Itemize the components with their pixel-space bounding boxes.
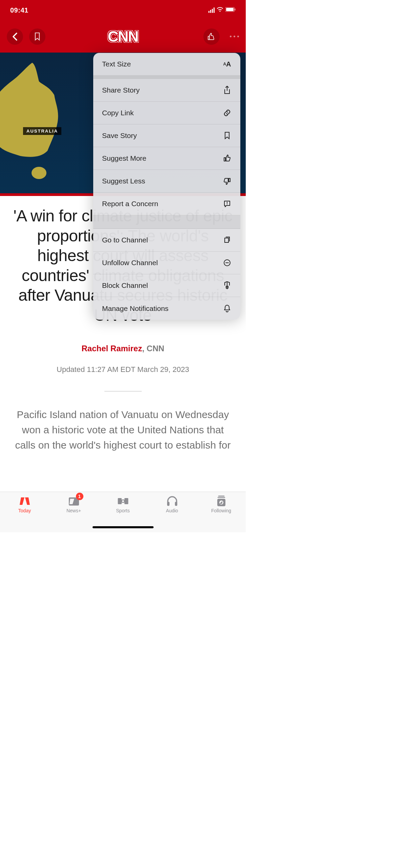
status-time: 09:41 <box>10 6 28 14</box>
bookmark-button[interactable] <box>29 28 45 45</box>
tab-newsplus[interactable]: 1 News+ <box>49 492 98 532</box>
menu-save-story[interactable]: Save Story <box>93 124 240 147</box>
channel-icon <box>223 236 232 244</box>
menu-label: Manage Notifications <box>102 304 168 313</box>
dislike-button[interactable] <box>203 28 220 45</box>
svg-point-8 <box>121 500 124 502</box>
nav-bar: CNN <box>0 20 246 53</box>
thumbs-down-icon <box>223 177 232 185</box>
audio-icon <box>166 495 178 507</box>
menu-label: Go to Channel <box>102 236 148 244</box>
bookmark-icon <box>223 131 232 140</box>
menu-suggest-more[interactable]: Suggest More <box>93 147 240 170</box>
menu-suggest-less[interactable]: Suggest Less <box>93 170 240 193</box>
tab-label: Audio <box>166 508 178 513</box>
tab-today[interactable]: Today <box>0 492 49 532</box>
menu-label: Copy Link <box>102 109 134 117</box>
context-menu: Text Size AA Share Story Copy Link Save … <box>93 53 240 320</box>
wifi-icon <box>217 7 223 14</box>
menu-label: Save Story <box>102 132 137 140</box>
menu-unfollow-channel[interactable]: Unfollow Channel <box>93 252 240 274</box>
share-icon <box>223 86 232 95</box>
tab-label: Today <box>18 508 31 513</box>
tab-label: News+ <box>66 508 81 513</box>
menu-report-concern[interactable]: Report a Concern <box>93 193 240 215</box>
article-body: Pacific Island nation of Vanuatu on Wedn… <box>12 407 234 453</box>
fade-overlay <box>0 465 246 492</box>
svg-rect-6 <box>118 498 121 504</box>
svg-point-3 <box>32 167 46 179</box>
menu-label: Share Story <box>102 86 140 94</box>
brand-logo: CNN <box>108 28 138 45</box>
menu-copy-link[interactable]: Copy Link <box>93 102 240 124</box>
svg-rect-1 <box>226 8 234 11</box>
map-landmass <box>0 59 95 188</box>
tab-bar: Today 1 News+ Sports Audio Following <box>0 492 246 532</box>
menu-label: Unfollow Channel <box>102 259 158 267</box>
byline-sep: , <box>142 344 146 353</box>
menu-label: Block Channel <box>102 281 148 290</box>
battery-icon <box>225 7 236 13</box>
block-icon <box>223 281 232 290</box>
bell-icon <box>223 304 232 313</box>
article-divider <box>104 391 142 392</box>
tab-audio[interactable]: Audio <box>147 492 197 532</box>
link-icon <box>223 108 232 117</box>
tab-label: Following <box>211 508 231 513</box>
newsplus-badge: 1 <box>76 493 83 500</box>
home-indicator[interactable] <box>93 526 154 528</box>
article-byline: Rachel Ramirez, CNN <box>12 344 234 353</box>
thumbs-up-icon <box>223 154 232 163</box>
menu-go-channel[interactable]: Go to Channel <box>93 229 240 252</box>
cellular-icon <box>208 7 215 13</box>
menu-share-story[interactable]: Share Story <box>93 79 240 102</box>
menu-separator <box>93 76 240 79</box>
svg-rect-2 <box>235 8 236 11</box>
menu-label: Text Size <box>102 60 131 68</box>
menu-block-channel[interactable]: Block Channel <box>93 274 240 297</box>
status-indicators <box>208 7 236 14</box>
today-icon <box>19 495 31 507</box>
menu-manage-notifications[interactable]: Manage Notifications <box>93 297 240 320</box>
author-name[interactable]: Rachel Ramirez <box>81 344 142 353</box>
svg-rect-9 <box>167 502 169 506</box>
tab-label: Sports <box>116 508 129 513</box>
report-icon <box>223 199 232 208</box>
article-timestamp: Updated 11:27 AM EDT March 29, 2023 <box>12 365 234 374</box>
menu-label: Suggest Less <box>102 177 145 185</box>
map-label: AUSTRALIA <box>23 127 61 135</box>
nav-right <box>203 28 239 45</box>
tab-following[interactable]: Following <box>197 492 246 532</box>
following-icon <box>216 495 227 507</box>
unfollow-icon <box>223 258 232 267</box>
svg-rect-10 <box>175 502 177 506</box>
menu-label: Suggest More <box>102 154 146 162</box>
more-button[interactable] <box>230 36 239 37</box>
menu-label: Report a Concern <box>102 200 158 208</box>
publisher-name: CNN <box>147 344 164 353</box>
status-bar: 09:41 <box>0 0 246 20</box>
menu-separator <box>93 215 240 229</box>
text-size-icon: AA <box>223 60 232 68</box>
sports-icon <box>117 495 129 507</box>
back-button[interactable] <box>7 28 23 45</box>
menu-text-size[interactable]: Text Size AA <box>93 53 240 76</box>
svg-rect-7 <box>124 498 128 504</box>
